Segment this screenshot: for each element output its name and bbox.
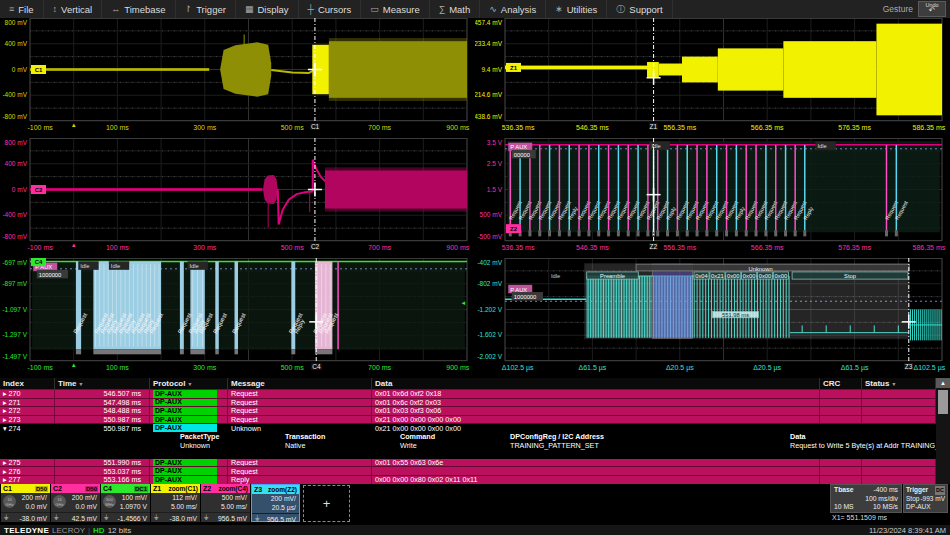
trace-id: Z1: [153, 485, 161, 492]
menu-support[interactable]: ⓘSupport: [607, 0, 672, 18]
z3-plot[interactable]: UnknownPreamble0x040x210x000x000x000x00S…: [475, 258, 945, 362]
undo-button[interactable]: Undo ↶: [918, 1, 946, 17]
x-tick-label: Δ20.5 µs: [666, 364, 694, 371]
table-row-270[interactable]: ▸ 270546.507 msDP-AUXRequest0x01 0x6d 0x…: [0, 390, 950, 399]
descriptor-header: Z2zoom(C4): [201, 484, 250, 493]
svg-text:-214.6 mV: -214.6 mV: [475, 91, 503, 98]
menu-analysis[interactable]: ∿Analysis: [480, 0, 546, 18]
trigger-level: -993 mV: [920, 495, 945, 504]
trigger-coupling-chip: DC: [935, 486, 945, 495]
table-row-273[interactable]: ▸ 273550.987 msDP-AUXRequest0x21 0x00 0x…: [0, 416, 950, 425]
scale-per-div: 200 mV/: [252, 494, 296, 503]
ground-icon: ⏚: [4, 514, 9, 522]
scrollbar-thumb[interactable]: [938, 390, 948, 414]
svg-text:Z1: Z1: [510, 65, 518, 71]
trigger-source: DP-AUX: [906, 503, 931, 512]
message-cell: Unknown: [228, 424, 372, 432]
crc-cell: [820, 459, 862, 467]
table-header-row: IndexTime▾Protocol▾MessageDataCRCStatus▾: [0, 378, 950, 390]
menu-label: Trigger: [196, 4, 226, 15]
footer-value: -38.0 mV: [19, 515, 47, 522]
descriptor-c4[interactable]: C4DC1500MHz100 mV/1.0970 V⏚-1.4566 V: [101, 484, 150, 522]
table-row-274[interactable]: ▾ 274550.987 msDP-AUXUnknown0x21 0x00 0x…: [0, 424, 950, 433]
svg-text:0x00: 0x00: [759, 273, 772, 279]
trigger-position-marker[interactable]: ▲: [71, 362, 77, 368]
trigger-position-marker[interactable]: ▲: [71, 122, 77, 128]
cursor-label-c2[interactable]: C2: [310, 243, 320, 250]
cursor-label-c4[interactable]: C4: [311, 363, 321, 370]
scale-per-div: 112 mV/: [151, 493, 197, 502]
table-scrollbar[interactable]: ▲: [936, 378, 950, 484]
table-row-271[interactable]: ▸ 271547.498 msDP-AUXRequest0x01 0x6c 0x…: [0, 399, 950, 408]
column-header-protocol[interactable]: Protocol▾: [150, 378, 228, 389]
cursor-label-z2[interactable]: Z2: [649, 243, 659, 250]
column-header-index[interactable]: Index: [0, 378, 55, 389]
packet-detail-field: Unknown: [180, 442, 210, 451]
cursor-label-z1[interactable]: Z1: [649, 123, 659, 130]
menu-utilities[interactable]: ∗Utilities: [546, 0, 607, 18]
c1-plot[interactable]: 800 mV400 mV0 mV-400 mV-800 mVC1: [0, 18, 470, 122]
math-icon: ∑: [439, 4, 445, 14]
cursor-label-c1[interactable]: C1: [310, 123, 320, 130]
svg-text:0x04: 0x04: [695, 273, 708, 279]
x-tick-label: 536.35 ms: [502, 124, 535, 131]
descriptor-c1[interactable]: C1D5016GHz200 mV/0.0 mV⏚-38.0 mV: [1, 484, 50, 522]
index-cell: ▸ 275: [0, 459, 55, 467]
c4-plot[interactable]: RequestRequestRequestReplyRequestRequest…: [0, 258, 470, 362]
menu-cursors[interactable]: ┼Cursors: [299, 0, 362, 18]
descriptor-z1[interactable]: Z1zoom(C1)112 mV/5.00 ms/⏚-38.0 mV: [151, 484, 200, 522]
trigger-box[interactable]: TriggerDC Stop-993 mV DP-AUX: [903, 484, 948, 513]
index-cell: ▸ 276: [0, 467, 55, 475]
display-icon: ▦: [245, 4, 254, 14]
descriptor-c2[interactable]: C2D5016GHz200 mV/0.0 mV⏚42.5 mV: [51, 484, 100, 522]
zoom-source-label: zoom(Z2): [268, 486, 297, 493]
footer-value: 42.5 mV: [72, 515, 97, 522]
descriptor-header: Z3zoom(Z2): [252, 485, 299, 494]
x-tick-label: 900 ms: [446, 244, 469, 251]
svg-text:-800 mV: -800 mV: [2, 233, 27, 240]
column-header-status[interactable]: Status▾: [862, 378, 936, 389]
menu-display[interactable]: ▦Display: [236, 0, 299, 18]
column-header-message[interactable]: Message: [228, 378, 372, 389]
crc-cell: [820, 399, 862, 407]
table-row-276[interactable]: ▸ 276553.037 msDP-AUXRequest: [0, 467, 950, 476]
column-header-time[interactable]: Time▾: [55, 378, 150, 389]
trigger-position-marker[interactable]: ▲: [71, 242, 77, 248]
timebase-box[interactable]: Tbase-400 ms 100 ms/div 10 MS10 MS/s: [830, 484, 902, 513]
packet-detail-values: UnknownNativeWriteTRAINING_PATTERN_SETRe…: [0, 442, 950, 451]
time-cell: 553.037 ms: [55, 467, 150, 475]
c2-plot[interactable]: 800 mV400 mV0 mV-400 mV-800 mVC2: [0, 138, 470, 242]
menu-measure[interactable]: ▭Measure: [361, 0, 429, 18]
x-tick-label: 300 ms: [193, 244, 216, 251]
menu-vertical[interactable]: ↕Vertical: [44, 0, 103, 18]
z2-plot[interactable]: RequestRequestRequestRequestRequestReque…: [475, 138, 945, 242]
column-label: Data: [375, 379, 392, 388]
z1-plot[interactable]: 457.4 mV233.4 mV9.4 mV-214.6 mV-438.6 mV…: [475, 18, 945, 122]
menu-trigger[interactable]: ↾Trigger: [176, 0, 236, 18]
column-label: Time: [58, 379, 77, 388]
column-header-data[interactable]: Data: [372, 378, 820, 389]
descriptor-z2[interactable]: Z2zoom(C4)500 mV/5.00 ms/⏚956.5 mV: [201, 484, 250, 522]
svg-text:Unknown: Unknown: [749, 266, 773, 272]
table-row-275[interactable]: ▸ 275551.990 msDP-AUXRequest0x01 0x55 0x…: [0, 459, 950, 468]
spacer-row: [0, 450, 950, 459]
menu-timebase[interactable]: ↔Timebase: [102, 0, 175, 18]
message-cell: Request: [228, 390, 372, 398]
table-row-272[interactable]: ▸ 272548.488 msDP-AUXRequest0x01 0x03 0x…: [0, 407, 950, 416]
descriptor-z3[interactable]: Z3zoom(Z2)200 mV/20.5 µs/⏚956.5 mV: [251, 484, 300, 522]
x-tick-label: Δ61.5 µs: [579, 364, 607, 371]
add-trace-button[interactable]: +: [303, 485, 350, 522]
column-label: Protocol: [153, 379, 185, 388]
svg-text:551.98 ms: 551.98 ms: [722, 312, 749, 318]
grid-z2: RequestRequestRequestRequestRequestReque…: [475, 138, 945, 258]
menu-math[interactable]: ∑Math: [430, 0, 481, 18]
column-header-crc[interactable]: CRC: [820, 378, 862, 389]
cursor-label-z3[interactable]: Z3: [904, 363, 914, 370]
brand-teledyne: TELEDYNE: [4, 526, 49, 535]
svg-text:1000000: 1000000: [514, 294, 537, 300]
menu-file[interactable]: ≡File: [0, 0, 44, 18]
scroll-up-button[interactable]: ▲: [936, 378, 950, 388]
time-cell: 546.507 ms: [55, 390, 150, 398]
svg-text:Stop: Stop: [844, 273, 856, 279]
gesture-label: Gesture: [883, 4, 913, 14]
